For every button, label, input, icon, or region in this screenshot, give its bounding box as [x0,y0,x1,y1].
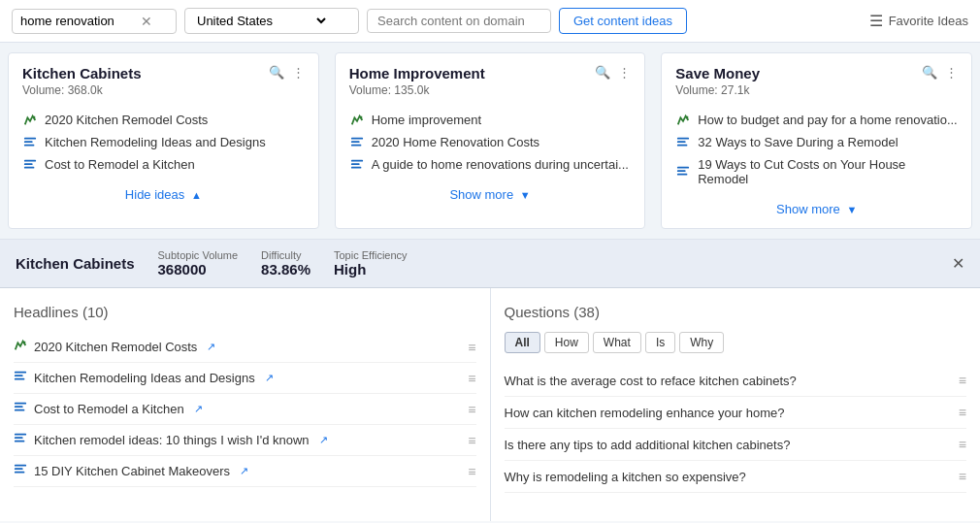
sort-icon[interactable]: ≡ [959,469,966,484]
idea-text[interactable]: 32 Ways to Save During a Remodel [698,135,898,149]
headline-text[interactable]: 2020 Kitchen Remodel Costs [34,340,197,354]
svg-rect-10 [351,144,362,146]
idea-text[interactable]: 2020 Home Renovation Costs [372,135,539,149]
keyword-search-wrap: ✕ [12,9,177,34]
idea-item: 2020 Home Renovation Costs [349,131,632,153]
question-text[interactable]: How can kitchen remodeling enhance your … [505,406,785,420]
questions-panel: Questions (38) AllHowWhatIsWhy What is t… [491,288,981,521]
sort-icon[interactable]: ≡ [468,340,475,355]
question-text[interactable]: Why is remodeling a kitchen so expensive… [505,470,746,484]
idea-text[interactable]: 2020 Kitchen Remodel Costs [45,113,208,127]
external-link-icon[interactable]: ↗ [265,372,274,384]
card-title: Save Money [675,65,760,82]
hamburger-icon: ☰ [869,12,883,30]
country-select-wrap: United States [184,8,359,34]
headline-text[interactable]: Cost to Remodel a Kitchen [34,402,184,416]
sort-icon[interactable]: ≡ [468,371,475,386]
list-icon [14,370,27,386]
card-title: Kitchen Cabinets [22,65,142,82]
svg-rect-20 [677,174,688,176]
external-link-icon[interactable]: ↗ [240,465,248,477]
idea-text[interactable]: Cost to Remodel a Kitchen [45,157,195,172]
filter-tab-all[interactable]: All [505,332,540,353]
more-options-icon[interactable]: ⋮ [618,65,631,80]
headline-text[interactable]: 15 DIY Kitchen Cabinet Makeovers [34,464,230,478]
headline-left: Cost to Remodel a Kitchen ↗ [14,401,203,417]
sort-icon[interactable]: ≡ [468,433,475,448]
idea-item: 2020 Kitchen Remodel Costs [22,109,305,131]
questions-count: (38) [573,304,600,320]
idea-item: How to budget and pay for a home renovat… [675,109,958,131]
headline-text[interactable]: Kitchen remodel ideas: 10 things I wish … [34,433,310,447]
svg-rect-5 [24,163,33,165]
subtopic-volume-label: Subtopic Volume [158,249,239,261]
difficulty-stat: Difficulty 83.86% [261,249,310,278]
subtopic-volume-value: 368000 [158,261,239,278]
clear-search-button[interactable]: ✕ [141,14,152,29]
question-item: What is the average cost to reface kitch… [505,365,967,397]
topic-card-save-money: Save Money 🔍 ⋮ Volume: 27.1k How to budg… [661,52,972,229]
domain-search-input[interactable] [377,14,533,28]
headline-left: Kitchen Remodeling Ideas and Designs ↗ [14,370,274,386]
card-footer-link[interactable]: Show more ▼ [449,187,530,202]
idea-item: Kitchen Remodeling Ideas and Designs [22,131,305,153]
get-ideas-button[interactable]: Get content ideas [559,8,687,34]
search-icon[interactable]: 🔍 [922,65,937,80]
topic-cards-row: Kitchen Cabinets 🔍 ⋮ Volume: 368.0k 2020… [0,43,980,240]
headline-left: 15 DIY Kitchen Cabinet Makeovers ↗ [14,463,248,479]
idea-text[interactable]: How to budget and pay for a home renovat… [698,113,957,127]
sort-icon[interactable]: ≡ [468,464,475,479]
filter-tab-why[interactable]: Why [679,332,724,353]
list-icon [675,136,691,149]
search-icon[interactable]: 🔍 [269,65,284,80]
sort-icon[interactable]: ≡ [959,373,966,388]
filter-tab-what[interactable]: What [593,332,641,353]
headline-item: 15 DIY Kitchen Cabinet Makeovers ↗ ≡ [14,456,476,487]
card-title: Home Improvement [349,65,485,82]
sort-icon[interactable]: ≡ [959,437,966,452]
external-link-icon[interactable]: ↗ [319,434,328,446]
question-text[interactable]: What is the average cost to reface kitch… [505,374,797,388]
search-icon[interactable]: 🔍 [595,65,610,80]
idea-text[interactable]: Home improvement [372,113,481,127]
svg-rect-4 [24,159,36,161]
idea-text[interactable]: 19 Ways to Cut Costs on Your House Remod… [698,157,958,186]
sort-icon[interactable]: ≡ [468,402,475,417]
more-options-icon[interactable]: ⋮ [945,65,958,80]
filter-tab-is[interactable]: Is [645,332,675,353]
idea-item: A guide to home renovations during uncer… [349,153,632,176]
idea-text[interactable]: Kitchen Remodeling Ideas and Designs [45,135,266,149]
idea-text[interactable]: A guide to home renovations during uncer… [372,157,629,172]
headline-text[interactable]: Kitchen Remodeling Ideas and Designs [34,371,255,385]
svg-rect-26 [15,406,23,408]
question-text[interactable]: Is there any tips to add additional kitc… [505,438,791,452]
detail-bar: Kitchen Cabinets Subtopic Volume 368000 … [0,240,980,288]
question-item: Why is remodeling a kitchen so expensive… [505,461,967,493]
domain-search-wrap [367,9,551,33]
list-icon [349,136,365,149]
favorite-ideas-link[interactable]: ☰ Favorite Ideas [869,12,968,30]
trend-icon [14,339,27,355]
question-item: How can kitchen remodeling enhance your … [505,397,967,429]
favorite-ideas-label: Favorite Ideas [889,14,968,28]
country-select[interactable]: United States [193,13,329,29]
trend-icon [349,114,365,127]
headlines-count: (10) [82,304,109,320]
list-icon [14,432,27,448]
detail-close-button[interactable]: ✕ [952,254,964,273]
card-volume: Volume: 27.1k [675,83,958,97]
external-link-icon[interactable]: ↗ [207,341,215,353]
external-link-icon[interactable]: ↗ [194,403,203,415]
card-volume: Volume: 135.0k [349,83,632,97]
svg-rect-18 [677,167,689,169]
sort-icon[interactable]: ≡ [959,405,966,420]
card-footer-link[interactable]: Hide ideas ▲ [125,187,202,202]
svg-rect-1 [24,137,36,139]
list-icon [14,463,27,479]
topic-card-home-improvement: Home Improvement 🔍 ⋮ Volume: 135.0k Home… [335,52,646,229]
keyword-search-input[interactable] [20,14,137,28]
card-footer-link[interactable]: Show more ▼ [776,202,857,216]
more-options-icon[interactable]: ⋮ [292,65,305,80]
svg-rect-33 [15,472,25,474]
filter-tab-how[interactable]: How [544,332,589,353]
